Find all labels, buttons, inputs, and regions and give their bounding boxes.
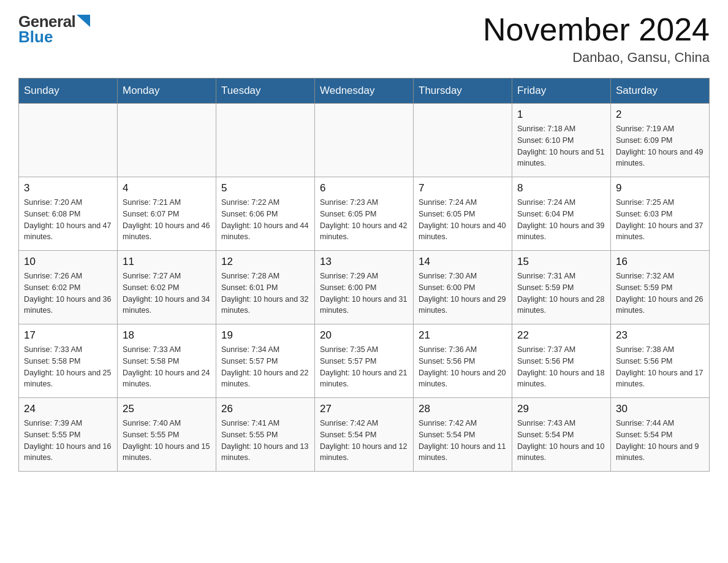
day-info: Sunrise: 7:23 AMSunset: 6:05 PMDaylight:… [320, 197, 408, 243]
day-info: Sunrise: 7:24 AMSunset: 6:05 PMDaylight:… [419, 197, 507, 243]
calendar-cell [216, 104, 315, 177]
day-number: 19 [221, 329, 309, 342]
day-number: 23 [616, 329, 704, 342]
calendar-cell: 19Sunrise: 7:34 AMSunset: 5:57 PMDayligh… [216, 324, 315, 398]
calendar-cell: 5Sunrise: 7:22 AMSunset: 6:06 PMDaylight… [216, 177, 315, 251]
day-number: 4 [123, 182, 211, 194]
day-info: Sunrise: 7:38 AMSunset: 5:56 PMDaylight:… [616, 344, 704, 390]
calendar-cell: 20Sunrise: 7:35 AMSunset: 5:57 PMDayligh… [315, 324, 414, 398]
title-area: November 2024 Danbao, Gansu, China [483, 12, 710, 66]
calendar-cell: 28Sunrise: 7:42 AMSunset: 5:54 PMDayligh… [414, 398, 512, 472]
day-info: Sunrise: 7:27 AMSunset: 6:02 PMDaylight:… [123, 270, 211, 316]
svg-marker-0 [77, 15, 90, 27]
day-info: Sunrise: 7:18 AMSunset: 6:10 PMDaylight:… [517, 123, 605, 169]
calendar-cell: 2Sunrise: 7:19 AMSunset: 6:09 PMDaylight… [611, 104, 710, 177]
calendar-cell: 10Sunrise: 7:26 AMSunset: 6:02 PMDayligh… [19, 251, 118, 324]
day-number: 22 [517, 329, 605, 342]
day-info: Sunrise: 7:35 AMSunset: 5:57 PMDaylight:… [320, 344, 408, 390]
day-number: 17 [24, 329, 112, 342]
day-info: Sunrise: 7:26 AMSunset: 6:02 PMDaylight:… [24, 270, 112, 316]
week-row-5: 24Sunrise: 7:39 AMSunset: 5:55 PMDayligh… [19, 398, 710, 472]
calendar-cell: 29Sunrise: 7:43 AMSunset: 5:54 PMDayligh… [512, 398, 611, 472]
day-info: Sunrise: 7:36 AMSunset: 5:56 PMDaylight:… [419, 344, 507, 390]
calendar-cell: 7Sunrise: 7:24 AMSunset: 6:05 PMDaylight… [414, 177, 512, 251]
weekday-header-saturday: Saturday [611, 79, 710, 104]
day-number: 10 [24, 256, 112, 268]
day-info: Sunrise: 7:29 AMSunset: 6:00 PMDaylight:… [320, 270, 408, 316]
day-number: 8 [517, 182, 605, 194]
day-number: 25 [123, 403, 211, 415]
day-number: 29 [517, 403, 605, 415]
calendar-cell: 24Sunrise: 7:39 AMSunset: 5:55 PMDayligh… [19, 398, 118, 472]
day-info: Sunrise: 7:37 AMSunset: 5:56 PMDaylight:… [517, 344, 605, 390]
day-info: Sunrise: 7:42 AMSunset: 5:54 PMDaylight:… [320, 418, 408, 464]
calendar-cell: 6Sunrise: 7:23 AMSunset: 6:05 PMDaylight… [315, 177, 414, 251]
day-number: 27 [320, 403, 408, 415]
day-number: 3 [24, 182, 112, 194]
day-number: 14 [419, 256, 507, 268]
day-info: Sunrise: 7:42 AMSunset: 5:54 PMDaylight:… [419, 418, 507, 464]
calendar-cell [19, 104, 118, 177]
calendar-cell: 14Sunrise: 7:30 AMSunset: 6:00 PMDayligh… [414, 251, 512, 324]
weekday-header-tuesday: Tuesday [216, 79, 315, 104]
logo: General Blue [18, 12, 90, 47]
day-info: Sunrise: 7:43 AMSunset: 5:54 PMDaylight:… [517, 418, 605, 464]
calendar-cell: 16Sunrise: 7:32 AMSunset: 5:59 PMDayligh… [611, 251, 710, 324]
calendar-cell: 8Sunrise: 7:24 AMSunset: 6:04 PMDaylight… [512, 177, 611, 251]
day-number: 6 [320, 182, 408, 194]
day-number: 24 [24, 403, 112, 415]
week-row-4: 17Sunrise: 7:33 AMSunset: 5:58 PMDayligh… [19, 324, 710, 398]
week-row-1: 1Sunrise: 7:18 AMSunset: 6:10 PMDaylight… [19, 104, 710, 177]
calendar-table: SundayMondayTuesdayWednesdayThursdayFrid… [18, 78, 710, 472]
day-info: Sunrise: 7:33 AMSunset: 5:58 PMDaylight:… [24, 344, 112, 390]
day-number: 30 [616, 403, 704, 415]
day-number: 2 [616, 109, 704, 121]
month-title: November 2024 [483, 12, 710, 47]
weekday-header-sunday: Sunday [19, 79, 118, 104]
logo-arrow-icon [77, 15, 90, 27]
day-number: 7 [419, 182, 507, 194]
calendar-cell: 3Sunrise: 7:20 AMSunset: 6:08 PMDaylight… [19, 177, 118, 251]
weekday-header-monday: Monday [118, 79, 216, 104]
day-info: Sunrise: 7:30 AMSunset: 6:00 PMDaylight:… [419, 270, 507, 316]
weekday-header-thursday: Thursday [414, 79, 512, 104]
day-number: 20 [320, 329, 408, 342]
calendar-cell: 23Sunrise: 7:38 AMSunset: 5:56 PMDayligh… [611, 324, 710, 398]
location-title: Danbao, Gansu, China [483, 50, 710, 66]
calendar-cell: 15Sunrise: 7:31 AMSunset: 5:59 PMDayligh… [512, 251, 611, 324]
calendar-cell: 1Sunrise: 7:18 AMSunset: 6:10 PMDaylight… [512, 104, 611, 177]
day-info: Sunrise: 7:28 AMSunset: 6:01 PMDaylight:… [221, 270, 309, 316]
day-info: Sunrise: 7:19 AMSunset: 6:09 PMDaylight:… [616, 123, 704, 169]
day-number: 28 [419, 403, 507, 415]
day-number: 16 [616, 256, 704, 268]
calendar-cell: 11Sunrise: 7:27 AMSunset: 6:02 PMDayligh… [118, 251, 216, 324]
calendar-cell: 25Sunrise: 7:40 AMSunset: 5:55 PMDayligh… [118, 398, 216, 472]
day-number: 9 [616, 182, 704, 194]
week-row-2: 3Sunrise: 7:20 AMSunset: 6:08 PMDaylight… [19, 177, 710, 251]
day-number: 18 [123, 329, 211, 342]
calendar-cell: 21Sunrise: 7:36 AMSunset: 5:56 PMDayligh… [414, 324, 512, 398]
day-info: Sunrise: 7:33 AMSunset: 5:58 PMDaylight:… [123, 344, 211, 390]
day-number: 15 [517, 256, 605, 268]
calendar-cell: 18Sunrise: 7:33 AMSunset: 5:58 PMDayligh… [118, 324, 216, 398]
calendar-cell: 27Sunrise: 7:42 AMSunset: 5:54 PMDayligh… [315, 398, 414, 472]
day-info: Sunrise: 7:24 AMSunset: 6:04 PMDaylight:… [517, 197, 605, 243]
day-info: Sunrise: 7:31 AMSunset: 5:59 PMDaylight:… [517, 270, 605, 316]
calendar-cell [315, 104, 414, 177]
weekday-header-row: SundayMondayTuesdayWednesdayThursdayFrid… [19, 79, 710, 104]
weekday-header-wednesday: Wednesday [315, 79, 414, 104]
day-number: 1 [517, 109, 605, 121]
header: General Blue November 2024 Danbao, Gansu… [18, 12, 710, 66]
calendar-cell: 26Sunrise: 7:41 AMSunset: 5:55 PMDayligh… [216, 398, 315, 472]
day-number: 11 [123, 256, 211, 268]
calendar-cell: 17Sunrise: 7:33 AMSunset: 5:58 PMDayligh… [19, 324, 118, 398]
calendar-cell: 12Sunrise: 7:28 AMSunset: 6:01 PMDayligh… [216, 251, 315, 324]
day-info: Sunrise: 7:25 AMSunset: 6:03 PMDaylight:… [616, 197, 704, 243]
calendar-cell [118, 104, 216, 177]
day-number: 21 [419, 329, 507, 342]
day-number: 13 [320, 256, 408, 268]
calendar-cell: 30Sunrise: 7:44 AMSunset: 5:54 PMDayligh… [611, 398, 710, 472]
day-info: Sunrise: 7:20 AMSunset: 6:08 PMDaylight:… [24, 197, 112, 243]
day-info: Sunrise: 7:41 AMSunset: 5:55 PMDaylight:… [221, 418, 309, 464]
day-info: Sunrise: 7:22 AMSunset: 6:06 PMDaylight:… [221, 197, 309, 243]
